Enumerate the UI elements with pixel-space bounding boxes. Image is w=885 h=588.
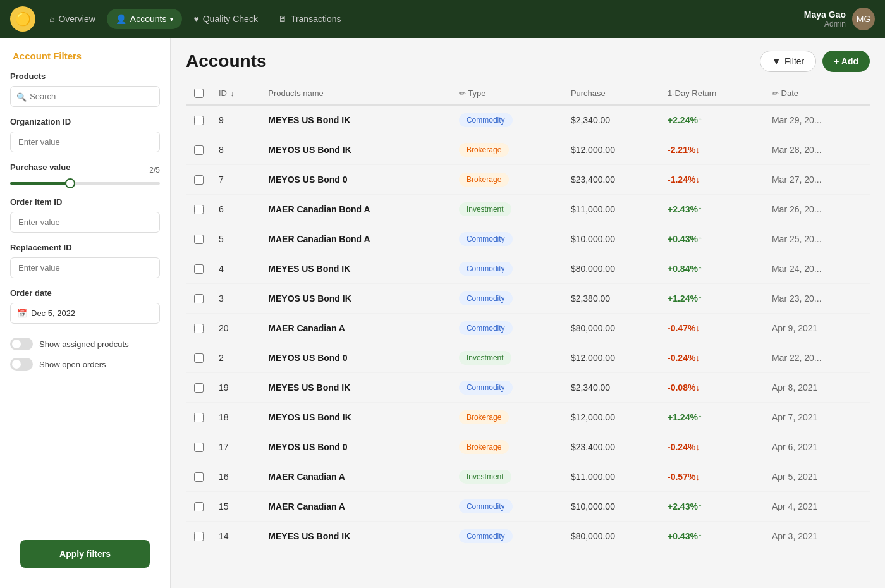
table-row: 8 MEYOS US Bond IK Brokerage $12,000.00 … — [186, 135, 870, 165]
products-filter: Products 🔍 — [0, 71, 170, 117]
row-checkbox — [186, 403, 211, 432]
col-type[interactable]: ✏ Type — [451, 82, 563, 105]
row-checkbox — [186, 165, 211, 195]
row-select-checkbox[interactable] — [194, 383, 204, 393]
row-checkbox — [186, 373, 211, 403]
nav-user-info: Maya Gao Admin — [804, 9, 846, 28]
row-id: 17 — [211, 432, 260, 462]
nav-item-quality-check[interactable]: ♥ Quality Check — [185, 9, 266, 29]
purchase-label: Purchase value — [10, 162, 70, 172]
type-badge: Commodity — [459, 529, 513, 543]
nav-item-overview[interactable]: ⌂ Overview — [40, 9, 104, 29]
row-select-checkbox[interactable] — [194, 324, 204, 333]
page-title: Accounts — [186, 51, 267, 71]
table-row: 16 MAER Canadian A Investment $11,000.00… — [186, 462, 870, 492]
row-id: 14 — [211, 522, 260, 551]
type-badge: Brokerage — [459, 143, 509, 157]
row-select-checkbox[interactable] — [194, 235, 204, 244]
row-product-name: MAER Canadian Bond A — [260, 224, 451, 254]
table-row: 18 MEYOS US Bond IK Brokerage $12,000.00… — [186, 403, 870, 432]
row-type: Brokerage — [451, 403, 563, 432]
row-checkbox — [186, 195, 211, 224]
slider-thumb[interactable] — [65, 178, 75, 188]
row-date: Mar 28, 20... — [764, 135, 870, 165]
row-type: Brokerage — [451, 432, 563, 462]
table-row: 17 MEYOS US Bond 0 Brokerage $23,400.00 … — [186, 432, 870, 462]
order-item-input[interactable] — [10, 212, 160, 233]
row-select-checkbox[interactable] — [194, 413, 204, 422]
row-select-checkbox[interactable] — [194, 502, 204, 511]
add-button[interactable]: + Add — [822, 51, 870, 72]
row-select-checkbox[interactable] — [194, 472, 204, 482]
toggle-section: Show assigned prodcuts Show open orders — [0, 334, 170, 384]
row-type: Commodity — [451, 105, 563, 135]
row-select-checkbox[interactable] — [194, 116, 204, 125]
type-badge: Commodity — [459, 262, 513, 276]
row-purchase: $2,380.00 — [563, 284, 660, 314]
user-name: Maya Gao — [804, 9, 846, 20]
filter-icon: ▼ — [772, 56, 781, 66]
row-select-checkbox[interactable] — [194, 264, 204, 274]
row-date: Mar 23, 20... — [764, 284, 870, 314]
row-select-checkbox[interactable] — [194, 294, 204, 303]
show-assigned-toggle[interactable] — [10, 338, 33, 350]
row-date: Mar 27, 20... — [764, 165, 870, 195]
search-input[interactable] — [10, 86, 160, 107]
row-date: Apr 6, 2021 — [764, 432, 870, 462]
home-icon: ⌂ — [49, 14, 54, 24]
nav-item-transactions[interactable]: 🖥 Transactions — [269, 9, 350, 29]
row-return: -1.24%↓ — [660, 165, 764, 195]
org-id-input[interactable] — [10, 132, 160, 152]
show-open-label: Show open orders — [39, 360, 106, 369]
slider-track — [10, 182, 160, 185]
nav-item-accounts[interactable]: 👤 Accounts ▾ — [107, 9, 183, 29]
col-id[interactable]: ID ↓ — [211, 82, 260, 105]
sidebar-title: Account Filters — [0, 38, 170, 71]
avatar[interactable]: MG — [852, 8, 875, 30]
row-product-name: MEYES US Bond IK — [260, 254, 451, 284]
row-return: +0.43%↑ — [660, 224, 764, 254]
row-product-name: MEYES US Bond IK — [260, 522, 451, 551]
row-select-checkbox[interactable] — [194, 205, 204, 214]
order-date-label: Order date — [10, 288, 160, 298]
row-product-name: MEYOS US Bond IK — [260, 403, 451, 432]
navbar: 🟡 ⌂ Overview 👤 Accounts ▾ ♥ Quality Chec… — [0, 0, 885, 38]
table-row: 20 MAER Canadian A Commodity $80,000.00 … — [186, 314, 870, 343]
row-id: 4 — [211, 254, 260, 284]
select-all-checkbox[interactable] — [194, 89, 204, 98]
row-purchase: $11,000.00 — [563, 195, 660, 224]
replacement-id-label: Replacement ID — [10, 243, 160, 252]
row-date: Apr 3, 2021 — [764, 522, 870, 551]
row-select-checkbox[interactable] — [194, 443, 204, 452]
row-checkbox — [186, 224, 211, 254]
row-checkbox — [186, 432, 211, 462]
order-date-value: Dec 5, 2022 — [31, 309, 75, 318]
filter-button[interactable]: ▼ Filter — [760, 51, 816, 72]
filter-label: Filter — [784, 56, 804, 66]
row-select-checkbox[interactable] — [194, 532, 204, 541]
type-badge: Commodity — [459, 291, 513, 305]
row-id: 7 — [211, 165, 260, 195]
col-purchase[interactable]: Purchase — [563, 82, 660, 105]
replacement-id-input[interactable] — [10, 257, 160, 278]
row-return: -2.21%↓ — [660, 135, 764, 165]
col-return[interactable]: 1-Day Return — [660, 82, 764, 105]
row-id: 20 — [211, 314, 260, 343]
type-badge: Brokerage — [459, 173, 509, 187]
col-products-name[interactable]: Products name — [260, 82, 451, 105]
row-id: 15 — [211, 492, 260, 522]
apply-filters-button[interactable]: Apply filters — [20, 540, 150, 568]
quality-icon: ♥ — [193, 14, 198, 24]
row-select-checkbox[interactable] — [194, 175, 204, 185]
show-open-toggle[interactable] — [10, 358, 33, 371]
row-id: 18 — [211, 403, 260, 432]
row-purchase: $23,400.00 — [563, 165, 660, 195]
order-item-label: Order item ID — [10, 197, 160, 207]
col-date[interactable]: ✏ Date — [764, 82, 870, 105]
pencil-date-icon: ✏ — [772, 89, 781, 98]
row-select-checkbox[interactable] — [194, 145, 204, 155]
row-product-name: MEYOS US Bond 0 — [260, 432, 451, 462]
search-wrapper: 🔍 — [10, 86, 160, 107]
row-select-checkbox[interactable] — [194, 353, 204, 363]
logo[interactable]: 🟡 — [10, 6, 35, 32]
